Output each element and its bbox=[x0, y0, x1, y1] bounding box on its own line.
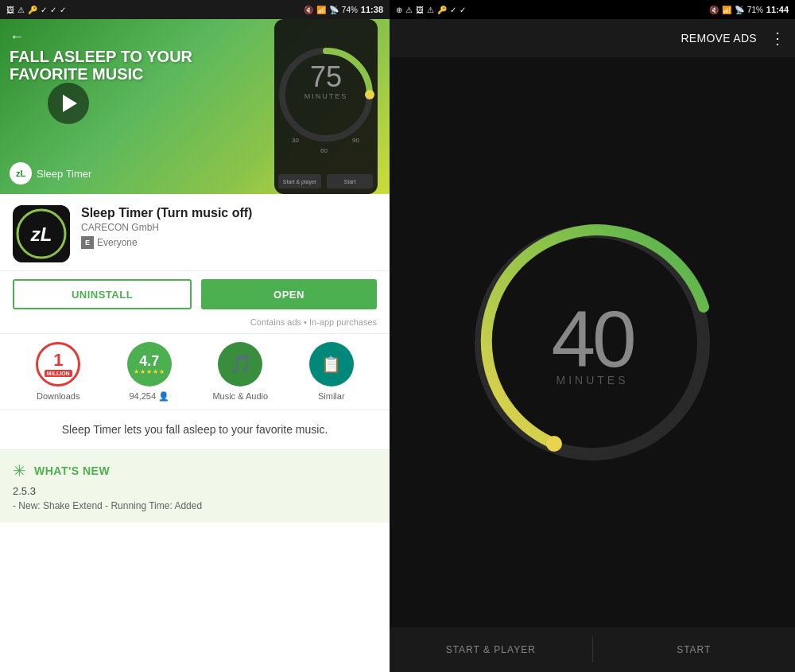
key2-icon: 🔑 bbox=[437, 6, 447, 14]
signal2-icon: 📡 bbox=[735, 6, 744, 14]
svg-text:90: 90 bbox=[352, 137, 359, 144]
warning-icon: ⚠ bbox=[17, 6, 25, 14]
svg-text:30: 30 bbox=[292, 137, 299, 144]
whats-new-version: 2.5.3 bbox=[13, 485, 377, 497]
app-rating-badge: E Everyone bbox=[81, 236, 377, 249]
music-icon: 🎵 bbox=[230, 354, 251, 375]
rating-number: 4.7 bbox=[139, 354, 159, 368]
plus-icon: ⊕ bbox=[396, 6, 402, 14]
mute2-icon: 🔇 bbox=[709, 6, 719, 14]
whats-new-detail: - New: Shake Extend - Running Time: Adde… bbox=[13, 500, 377, 511]
hero-tagline-line2: FAVORITE MUSIC bbox=[10, 65, 144, 83]
rating-stars: ★★★★★ bbox=[134, 368, 165, 375]
mute-icon: 🔇 bbox=[304, 6, 313, 14]
svg-text:Start & player: Start & player bbox=[283, 179, 317, 185]
battery-text: 74% bbox=[342, 6, 358, 14]
hero-play-button[interactable] bbox=[48, 83, 89, 124]
svg-text:60: 60 bbox=[320, 147, 328, 154]
app-details: Sleep Timer (Turn music off) CARECON Gmb… bbox=[81, 205, 377, 249]
hero-logo-initials: zL bbox=[16, 169, 25, 178]
wifi2-icon: 📶 bbox=[722, 6, 731, 14]
app-toolbar: REMOVE ADS ⋮ bbox=[390, 19, 795, 57]
description-text: Sleep Timer lets you fall asleep to your… bbox=[62, 423, 328, 436]
app-developer: CARECON GmbH bbox=[81, 222, 377, 233]
downloads-label: Downloads bbox=[37, 391, 80, 401]
similar-label: Similar bbox=[318, 391, 345, 401]
hero-logo-icon: zL bbox=[10, 162, 32, 185]
app-panel: ⊕ ⚠ 🖼 ⚠ 🔑 ✓ ✓ 🔇 📶 📡 71% 11:44 REMOVE ADS… bbox=[390, 0, 795, 672]
hero-logo-text: Sleep Timer bbox=[37, 168, 91, 180]
svg-text:Start: Start bbox=[344, 179, 356, 185]
svg-text:MINUTES: MINUTES bbox=[304, 92, 348, 100]
stat-downloads: 1 MILLION Downloads bbox=[13, 342, 104, 402]
similar-icon: 📋 bbox=[321, 355, 341, 374]
hero-banner: ← FALL ASLEEP TO YOUR FAVORITE MUSIC zL … bbox=[0, 19, 390, 194]
remove-ads-button[interactable]: REMOVE ADS bbox=[681, 32, 757, 45]
image2-icon: 🖼 bbox=[416, 6, 424, 14]
status-bar-right: ⊕ ⚠ 🖼 ⚠ 🔑 ✓ ✓ 🔇 📶 📡 71% 11:44 bbox=[390, 0, 795, 19]
start-button[interactable]: START bbox=[593, 627, 796, 672]
ads-notice: Contains ads • In-app purchases bbox=[0, 317, 390, 333]
whats-new-header: ✳ WHAT'S NEW bbox=[13, 461, 377, 480]
more-options-icon[interactable]: ⋮ bbox=[770, 29, 785, 48]
wifi-icon: 📶 bbox=[316, 6, 326, 14]
timer-area[interactable]: 40 MINUTES bbox=[390, 57, 795, 627]
check-icon: ✓ bbox=[41, 6, 47, 14]
hero-logo: zL Sleep Timer bbox=[10, 162, 91, 185]
battery-right: 71% bbox=[747, 6, 763, 14]
check3-icon: ✓ bbox=[60, 6, 66, 14]
stat-rating: 4.7 ★★★★★ 94,254 👤 bbox=[104, 342, 196, 402]
timer-container[interactable]: 40 MINUTES bbox=[465, 216, 719, 470]
back-arrow-icon[interactable]: ← bbox=[10, 29, 24, 45]
esrb-icon: E bbox=[81, 236, 94, 249]
signal-icon: 📡 bbox=[329, 6, 339, 14]
stat-music[interactable]: 🎵 Music & Audio bbox=[195, 342, 286, 402]
whats-new-title: WHAT'S NEW bbox=[34, 464, 110, 477]
svg-text:zL: zL bbox=[30, 223, 52, 245]
downloads-number: 1 bbox=[53, 352, 63, 369]
open-button[interactable]: OPEN bbox=[201, 279, 377, 309]
hero-tagline-line1: FALL ASLEEP TO YOUR bbox=[10, 48, 192, 65]
similar-badge: 📋 bbox=[309, 342, 354, 386]
app-bottom-bar: START & PLAYER START bbox=[390, 627, 795, 672]
warning2-icon: ⚠ bbox=[405, 6, 413, 14]
warning3-icon: ⚠ bbox=[427, 6, 434, 14]
svg-point-11 bbox=[365, 90, 374, 99]
music-label: Music & Audio bbox=[212, 391, 268, 401]
start-player-button[interactable]: START & PLAYER bbox=[390, 627, 592, 672]
image-icon: 🖼 bbox=[6, 6, 14, 14]
app-title: Sleep Timer (Turn music off) bbox=[81, 205, 377, 220]
svg-point-16 bbox=[546, 436, 562, 452]
hero-phone-mockup: 75 MINUTES 30 60 90 Start & player Start bbox=[258, 19, 390, 194]
status-right-left: 🔇 📶 📡 74% 11:38 bbox=[304, 5, 383, 14]
play-store-panel: 🖼 ⚠ 🔑 ✓ ✓ ✓ 🔇 📶 📡 74% 11:38 ← FALL ASLEE… bbox=[0, 0, 390, 672]
status-icons-right: ⊕ ⚠ 🖼 ⚠ 🔑 ✓ ✓ bbox=[396, 6, 466, 14]
rating-badge: 4.7 ★★★★★ bbox=[127, 342, 172, 386]
timer-unit: MINUTES bbox=[556, 374, 628, 386]
app-info-section: zL Sleep Timer (Turn music off) CARECON … bbox=[0, 194, 390, 271]
rating-count: 94,254 👤 bbox=[129, 391, 169, 402]
music-badge: 🎵 bbox=[218, 342, 262, 386]
whats-new-section: ✳ WHAT'S NEW 2.5.3 - New: Shake Extend -… bbox=[0, 450, 390, 522]
uninstall-button[interactable]: UNINSTALL bbox=[13, 279, 192, 309]
app-description: Sleep Timer lets you fall asleep to your… bbox=[0, 410, 390, 450]
downloads-badge: 1 MILLION bbox=[36, 342, 80, 386]
key-icon: 🔑 bbox=[28, 6, 37, 14]
status-bar-left: 🖼 ⚠ 🔑 ✓ ✓ ✓ 🔇 📶 📡 74% 11:38 bbox=[0, 0, 390, 19]
svg-text:75: 75 bbox=[310, 60, 342, 93]
timer-number: 40 bbox=[551, 299, 633, 379]
stat-similar[interactable]: 📋 Similar bbox=[286, 342, 378, 402]
app-buttons-row: UNINSTALL OPEN bbox=[0, 271, 390, 317]
status-time-right: 11:44 bbox=[766, 5, 789, 14]
svg-rect-0 bbox=[274, 19, 378, 194]
whats-new-icon: ✳ bbox=[13, 461, 26, 480]
stats-row: 1 MILLION Downloads 4.7 ★★★★★ 94,254 👤 🎵… bbox=[0, 333, 390, 410]
downloads-sub-label: MILLION bbox=[45, 370, 72, 377]
check2-icon: ✓ bbox=[50, 6, 56, 14]
check4-icon: ✓ bbox=[450, 6, 456, 14]
status-time-left: 11:38 bbox=[361, 5, 383, 14]
status-icons-left: 🖼 ⚠ 🔑 ✓ ✓ ✓ bbox=[6, 6, 66, 14]
hero-tagline: FALL ASLEEP TO YOUR FAVORITE MUSIC bbox=[10, 48, 192, 83]
rating-count-icon: 👤 bbox=[158, 391, 169, 401]
app-icon: zL bbox=[13, 205, 70, 262]
